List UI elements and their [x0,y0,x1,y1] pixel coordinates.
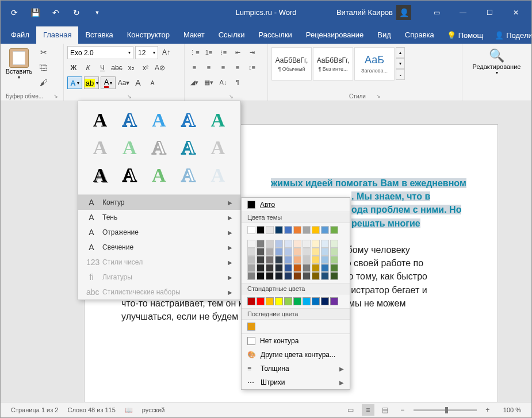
effect-preset[interactable]: A [117,163,142,187]
color-swatch[interactable] [303,272,311,280]
color-swatch[interactable] [293,226,301,234]
multilevel-icon[interactable]: ⫶≡ [217,46,229,59]
color-swatch[interactable] [257,256,265,264]
color-auto[interactable]: Авто [242,198,350,212]
share-button[interactable]: 👤Поделиться [489,27,532,44]
tab-insert[interactable]: Вставка [78,26,120,44]
tell-me[interactable]: 💡Помощ [441,27,489,44]
color-swatch[interactable] [293,240,301,248]
effect-preset[interactable]: A [146,163,171,187]
color-swatch[interactable] [275,248,283,256]
color-swatch[interactable] [330,297,338,305]
color-swatch[interactable] [275,297,283,305]
line-spacing-icon[interactable]: ↕≡ [246,61,258,74]
show-marks-icon[interactable]: ¶ [231,76,244,89]
effect-preset[interactable]: A [87,108,113,132]
color-swatch[interactable] [284,248,292,256]
styles-more-icon[interactable]: ⌄ [396,69,405,80]
color-swatch[interactable] [257,226,265,234]
para-launcher-icon[interactable]: ↘ [229,94,234,99]
color-swatch[interactable] [247,240,255,248]
effect-preset[interactable]: A [146,108,171,132]
shrink-font-button[interactable]: A [146,76,159,89]
borders-icon[interactable]: ▦▾ [202,76,215,89]
tab-design[interactable]: Конструктор [120,26,177,44]
bullets-icon[interactable]: ⋮≡ [188,46,201,59]
color-swatch[interactable] [303,240,311,248]
color-swatch[interactable] [330,264,338,272]
print-layout-icon[interactable]: ≡ [362,404,374,416]
color-swatch[interactable] [293,272,301,280]
tab-layout[interactable]: Макет [177,26,212,44]
editing-button[interactable]: 🔍 Редактирование ▾ [466,46,527,75]
effect-preset[interactable]: A [176,108,201,132]
text-effects-button[interactable]: A▾ [67,76,82,89]
color-swatch[interactable] [257,272,265,280]
color-swatch[interactable] [312,240,320,248]
superscript-button[interactable]: x² [139,62,152,74]
color-swatch[interactable] [284,240,292,248]
effect-preset[interactable]: A [117,108,142,132]
styles-launcher-icon[interactable]: ↘ [376,93,381,99]
effect-preset[interactable]: A [117,136,142,160]
color-swatch[interactable] [247,264,255,272]
format-painter-icon[interactable]: 🖌 [37,76,50,89]
ribbon-options-icon[interactable]: ▭ [423,1,450,24]
color-swatch[interactable] [293,264,301,272]
color-swatch[interactable] [257,297,265,305]
outline-dashes[interactable]: ⋯Штрихи▶ [242,375,350,389]
decrease-indent-icon[interactable]: ⇤ [231,46,244,59]
color-swatch[interactable] [321,240,329,248]
effect-preset[interactable]: A [176,163,201,187]
autosave-icon[interactable]: ⟳ [6,5,22,21]
color-swatch[interactable] [275,272,283,280]
menu-glow[interactable]: AСвечение▶ [78,240,240,255]
clear-format-icon[interactable]: A⊘ [154,62,166,74]
tab-mailings[interactable]: Рассылки [251,26,298,44]
effect-preset[interactable]: A [87,163,113,187]
color-swatch[interactable] [284,272,292,280]
tab-references[interactable]: Ссылки [212,26,252,44]
color-swatch[interactable] [266,272,274,280]
align-right-icon[interactable]: ≡ [217,61,229,74]
color-swatch[interactable] [275,240,283,248]
color-swatch[interactable] [275,264,283,272]
effect-preset[interactable]: A [176,136,201,160]
paste-button[interactable]: Вставить▾ [4,46,34,80]
user-avatar-icon[interactable]: 👤 [396,5,411,20]
color-swatch[interactable] [330,226,338,234]
color-swatch[interactable] [312,256,320,264]
color-swatch[interactable] [321,297,329,305]
menu-shadow[interactable]: AТень▶ [78,210,240,225]
effect-preset[interactable]: A [146,136,171,160]
save-icon[interactable]: 💾 [27,5,43,21]
shading-icon[interactable]: ◢▾ [188,76,201,89]
color-swatch[interactable] [257,248,265,256]
font-color-button[interactable]: A▾ [101,76,116,89]
align-center-icon[interactable]: ≡ [202,61,215,74]
focus-mode-icon[interactable]: ▭ [345,404,357,416]
color-swatch[interactable] [247,272,255,280]
clipboard-launcher-icon[interactable]: ↘ [53,93,58,99]
color-swatch[interactable] [247,297,255,305]
zoom-level[interactable]: 100 % [499,407,526,413]
tab-file[interactable]: Файл [4,26,36,44]
qat-customize-icon[interactable]: ▼ [89,5,105,21]
style-heading1[interactable]: АаБЗаголово... [354,47,395,80]
color-swatch[interactable] [293,297,301,305]
justify-icon[interactable]: ≡ [231,61,244,74]
grow-font-icon[interactable]: A↑ [160,46,173,59]
color-swatch[interactable] [312,264,320,272]
italic-button[interactable]: К [82,62,94,74]
styles-up-icon[interactable]: ▴ [396,47,405,58]
font-launcher-icon[interactable]: ↘ [127,94,132,99]
color-swatch[interactable] [284,256,292,264]
color-swatch[interactable] [330,256,338,264]
color-swatch[interactable] [293,256,301,264]
sort-icon[interactable]: A↓ [217,76,229,89]
style-no-spacing[interactable]: АаБбВвГг,¶ Без инте... [313,47,353,80]
menu-outline[interactable]: AКонтур▶ [78,195,240,210]
status-page[interactable]: Страница 1 из 2 [6,407,63,413]
style-normal[interactable]: АаБбВвГг,¶ Обычный [271,47,312,80]
color-swatch[interactable] [293,248,301,256]
